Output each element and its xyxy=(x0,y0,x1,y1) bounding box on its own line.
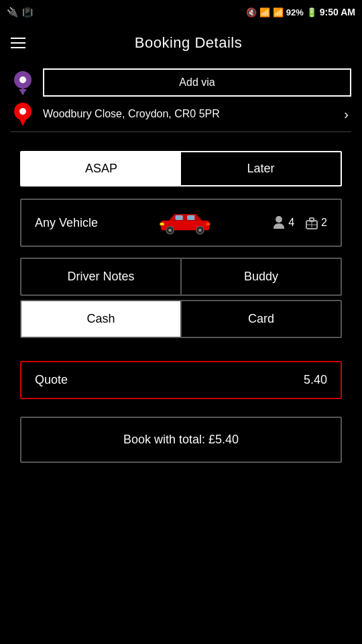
svg-point-10 xyxy=(168,229,172,232)
action-section: Driver Notes Buddy Cash Card xyxy=(0,252,362,347)
time-display: 9:50 AM xyxy=(320,7,355,17)
svg-rect-7 xyxy=(176,215,183,220)
hamburger-line-1 xyxy=(11,38,25,39)
vehicle-card[interactable]: Any Vehicle xyxy=(20,199,342,247)
passenger-number: 4 xyxy=(288,217,294,229)
buddy-button[interactable]: Buddy xyxy=(180,259,341,294)
svg-rect-14 xyxy=(206,223,210,225)
battery-level: 92% xyxy=(286,7,304,17)
wifi-icon: 📶 xyxy=(259,7,270,17)
quote-section: Quote 5.40 xyxy=(0,347,362,406)
passenger-count: 4 xyxy=(272,215,294,230)
signal-icon: 📶 xyxy=(273,7,284,17)
svg-rect-13 xyxy=(160,223,164,225)
quote-value: 5.40 xyxy=(304,373,327,387)
origin-pin-icon xyxy=(11,70,35,95)
mute-icon: 🔇 xyxy=(246,7,257,17)
hamburger-line-3 xyxy=(11,47,25,48)
status-left: 🔌 📳 xyxy=(7,7,33,17)
sim-icon: 📳 xyxy=(22,7,33,17)
page-title: Booking Details xyxy=(25,34,351,52)
usb-icon: 🔌 xyxy=(7,7,18,17)
card-button[interactable]: Card xyxy=(180,301,341,337)
asap-button[interactable]: ASAP xyxy=(21,152,181,185)
payment-row: Cash Card xyxy=(20,300,342,338)
svg-point-12 xyxy=(198,229,202,232)
later-button[interactable]: Later xyxy=(181,152,341,185)
add-via-button[interactable]: Add via xyxy=(43,68,351,97)
hamburger-line-2 xyxy=(11,42,25,44)
driver-notes-button[interactable]: Driver Notes xyxy=(21,259,180,294)
svg-point-1 xyxy=(19,76,26,83)
time-toggle-section: ASAP Later xyxy=(0,144,362,193)
svg-rect-17 xyxy=(310,218,314,221)
destination-pin-icon xyxy=(11,102,35,126)
header: Booking Details xyxy=(0,24,362,62)
destination-row[interactable]: Woodbury Close, Croydon, CR0 5PR › xyxy=(11,102,351,132)
car-icon xyxy=(106,211,264,235)
via-row: Add via xyxy=(11,68,351,97)
destination-address: Woodbury Close, Croydon, CR0 5PR xyxy=(43,107,336,121)
vehicle-name: Any Vehicle xyxy=(35,216,98,230)
time-toggle-group: ASAP Later xyxy=(20,151,342,186)
vehicle-section: Any Vehicle xyxy=(0,193,362,252)
book-section: Book with total: £5.40 xyxy=(0,406,362,474)
svg-point-15 xyxy=(276,216,282,223)
cash-button[interactable]: Cash xyxy=(21,301,180,337)
location-section: Add via Woodbury Close, Croydon, CR0 5PR… xyxy=(0,62,362,139)
quote-box: Quote 5.40 xyxy=(20,361,342,399)
svg-marker-2 xyxy=(19,89,27,95)
luggage-number: 2 xyxy=(321,217,327,229)
quote-label: Quote xyxy=(35,373,68,387)
svg-rect-8 xyxy=(187,215,194,220)
battery-icon: 🔋 xyxy=(306,7,317,17)
svg-point-4 xyxy=(19,108,26,115)
luggage-count: 2 xyxy=(305,215,327,230)
chevron-right-icon: › xyxy=(344,107,349,122)
notes-buddy-row: Driver Notes Buddy xyxy=(20,258,342,296)
status-right: 🔇 📶 📶 92% 🔋 9:50 AM xyxy=(246,7,355,17)
status-bar: 🔌 📳 🔇 📶 📶 92% 🔋 9:50 AM xyxy=(0,0,362,24)
book-button[interactable]: Book with total: £5.40 xyxy=(20,417,342,463)
vehicle-meta: 4 2 xyxy=(272,215,327,230)
menu-button[interactable] xyxy=(11,38,25,48)
svg-marker-5 xyxy=(19,118,27,126)
